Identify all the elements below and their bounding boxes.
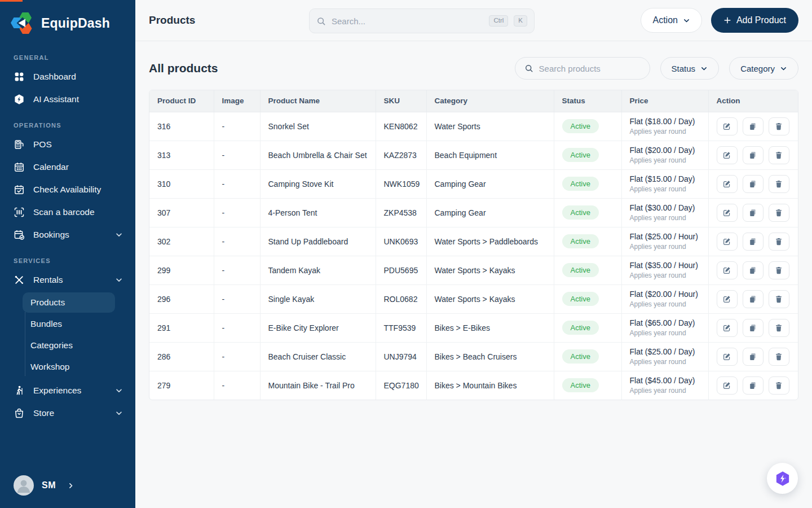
copy-button[interactable] (743, 146, 764, 164)
copy-button[interactable] (743, 290, 764, 308)
edit-button[interactable] (717, 175, 738, 193)
chevron-right-icon[interactable] (67, 482, 74, 489)
pos-icon (14, 139, 25, 150)
edit-button[interactable] (717, 204, 738, 222)
edit-icon (722, 295, 731, 304)
sidebar-item-dashboard[interactable]: Dashboard (0, 65, 135, 88)
cell-image: - (214, 371, 260, 400)
category-filter-button[interactable]: Category (729, 57, 798, 80)
sidebar-item-pos[interactable]: POS (0, 133, 135, 156)
edit-button[interactable] (717, 348, 738, 366)
delete-button[interactable] (769, 348, 789, 366)
sidebar-item-store[interactable]: Store (0, 402, 135, 424)
price-value: Flat ($35.00 / Hour) (630, 261, 700, 270)
copy-button[interactable] (743, 117, 764, 135)
delete-button[interactable] (769, 117, 789, 135)
user-menu[interactable]: SM (0, 465, 135, 508)
table-row: 307-4-Person TentZKP4538Camping GearActi… (149, 198, 798, 227)
edit-button[interactable] (717, 233, 738, 251)
copy-button[interactable] (743, 204, 764, 222)
sidebar-item-products[interactable]: Products (23, 292, 115, 313)
sidebar-item-workshop[interactable]: Workshop (23, 357, 115, 377)
copy-button[interactable] (743, 348, 764, 366)
delete-button[interactable] (769, 319, 789, 337)
edit-button[interactable] (717, 376, 738, 395)
copy-button[interactable] (743, 233, 764, 251)
cell-status: Active (554, 284, 621, 313)
column-header-action: Action (708, 90, 798, 112)
trash-icon (774, 208, 783, 217)
cell-category: Water Sports > Paddleboards (426, 227, 554, 256)
column-header-product-id: Product ID (149, 90, 214, 112)
edit-icon (722, 208, 731, 217)
copy-button[interactable] (743, 319, 764, 337)
sidebar-section-services: SERVICESRentalsProductsBundlesCategories… (0, 253, 135, 424)
delete-button[interactable] (769, 204, 789, 222)
edit-button[interactable] (717, 261, 738, 279)
edit-button[interactable] (717, 117, 738, 135)
edit-button[interactable] (717, 146, 738, 164)
cell-price: Flat ($65.00 / Day)Applies year round (621, 313, 708, 342)
sidebar-item-experiences[interactable]: Experiences (0, 379, 135, 402)
delete-button[interactable] (769, 175, 789, 193)
sidebar-item-scan-a-barcode[interactable]: Scan a barcode (0, 201, 135, 224)
cell-image: - (214, 112, 260, 141)
delete-button[interactable] (769, 376, 789, 395)
sidebar-item-check-availability[interactable]: Check Availability (0, 178, 135, 201)
row-actions (717, 233, 791, 251)
rentals-icon (14, 274, 25, 286)
top-header: Products Ctrl K Action Add Product (135, 0, 812, 41)
delete-button[interactable] (769, 261, 789, 279)
trash-icon (774, 266, 783, 275)
cell-product-name: Single Kayak (260, 284, 376, 313)
cell-image: - (214, 198, 260, 227)
product-search[interactable] (515, 57, 650, 80)
delete-button[interactable] (769, 290, 789, 308)
cell-category: Water Sports (426, 112, 554, 141)
cell-actions (708, 198, 798, 227)
chevron-down-icon (115, 276, 123, 284)
copy-button[interactable] (743, 175, 764, 193)
cell-product-name: Beach Umbrella & Chair Set (260, 141, 376, 169)
product-search-input[interactable] (539, 64, 641, 73)
add-product-button[interactable]: Add Product (711, 8, 798, 33)
cell-product-id: 316 (149, 112, 214, 141)
edit-button[interactable] (717, 319, 738, 337)
cell-actions (708, 227, 798, 256)
sidebar-item-ai-assistant[interactable]: AI Assistant (0, 88, 135, 111)
sidebar-item-rentals[interactable]: Rentals (0, 269, 135, 291)
page-title: Products (149, 14, 195, 27)
sidebar-sections: GENERALDashboardAI AssistantOPERATIONSPO… (0, 43, 135, 424)
row-actions (717, 376, 791, 395)
row-actions (717, 290, 791, 308)
ai-assistant-fab[interactable] (767, 463, 798, 494)
status-filter-button[interactable]: Status (660, 57, 720, 80)
sidebar-item-bookings[interactable]: Bookings (0, 224, 135, 246)
row-actions (717, 261, 791, 279)
cell-product-name: Tandem Kayak (260, 256, 376, 284)
cell-product-name: Beach Cruiser Classic (260, 342, 376, 371)
action-button[interactable]: Action (641, 8, 701, 33)
edit-icon (722, 237, 731, 246)
delete-button[interactable] (769, 233, 789, 251)
price-note: Applies year round (630, 271, 700, 279)
copy-button[interactable] (743, 376, 764, 395)
global-search-input[interactable] (332, 16, 483, 26)
table-row: 310-Camping Stove KitNWK1059Camping Gear… (149, 169, 798, 198)
price-note: Applies year round (630, 358, 700, 366)
sidebar-item-categories[interactable]: Categories (23, 335, 115, 356)
cell-image: - (214, 256, 260, 284)
delete-button[interactable] (769, 146, 789, 164)
cell-sku: KEN8062 (376, 112, 426, 141)
app-logo[interactable]: EquipDash (0, 0, 135, 43)
copy-button[interactable] (743, 261, 764, 279)
barcode-scan-icon (14, 207, 25, 218)
cell-product-id: 296 (149, 284, 214, 313)
price-note: Applies year round (630, 300, 700, 308)
sidebar-item-bundles[interactable]: Bundles (23, 314, 115, 334)
sidebar-item-calendar[interactable]: Calendar (0, 156, 135, 178)
status-badge: Active (562, 148, 599, 162)
edit-button[interactable] (717, 290, 738, 308)
global-search[interactable]: Ctrl K (309, 8, 535, 33)
sidebar-item-label: Check Availability (33, 185, 101, 195)
